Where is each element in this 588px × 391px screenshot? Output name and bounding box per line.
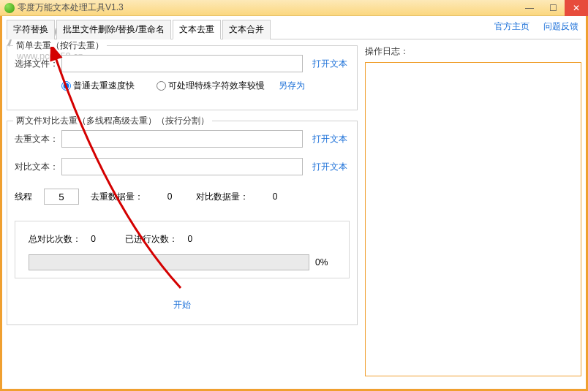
input-select-file[interactable] xyxy=(61,55,303,72)
link-home[interactable]: 官方主页 xyxy=(494,21,529,31)
group-compare-dedup: 两文件对比去重（多线程高级去重）（按行分割） 去重文本： 打开文本 对比文本： … xyxy=(7,121,358,325)
log-area[interactable] xyxy=(365,62,581,376)
value-cmp-count: 0 xyxy=(260,191,290,202)
input-cmp-file[interactable] xyxy=(61,158,303,175)
btn-open-cmp[interactable]: 打开文本 xyxy=(310,161,350,173)
tab-merge[interactable]: 文本合并 xyxy=(222,20,271,39)
value-done: 0 xyxy=(187,234,192,244)
app-icon xyxy=(4,3,15,13)
label-select-file: 选择文件： xyxy=(15,58,61,70)
value-dedup-count: 0 xyxy=(155,191,184,202)
label-cmp-file: 对比文本： xyxy=(15,161,61,173)
group-title-compare: 两文件对比去重（多线程高级去重）（按行分割） xyxy=(13,115,212,127)
tab-dedup[interactable]: 文本去重 xyxy=(173,20,221,39)
group-title-simple: 简单去重（按行去重） xyxy=(13,39,107,52)
label-threads: 线程 xyxy=(15,191,32,203)
input-dedup-file[interactable] xyxy=(61,130,303,148)
radio-special[interactable]: 可处理特殊字符效率较慢 xyxy=(157,80,265,92)
input-threads[interactable] xyxy=(44,189,79,205)
close-button[interactable]: ✕ xyxy=(565,0,588,16)
progress-panel: 总对比次数： 0 已进行次数： 0 0% xyxy=(15,221,350,278)
window-title: 零度万能文本处理工具V1.3 xyxy=(18,1,124,14)
btn-open-simple[interactable]: 打开文本 xyxy=(310,58,350,70)
label-total: 总对比次数： xyxy=(29,234,81,244)
link-feedback[interactable]: 问题反馈 xyxy=(543,21,578,31)
tab-char-replace[interactable]: 字符替换 xyxy=(7,20,55,39)
group-simple-dedup: 简单去重（按行去重） 选择文件： 打开文本 普通去重速度快 可处理特殊字符效率较… xyxy=(7,45,358,110)
btn-saveas[interactable]: 另存为 xyxy=(272,80,312,92)
minimize-button[interactable]: — xyxy=(518,0,541,16)
btn-open-dedup[interactable]: 打开文本 xyxy=(310,133,350,145)
label-done: 已进行次数： xyxy=(125,234,178,244)
tab-batch-file[interactable]: 批里文件删除/替换/重命名 xyxy=(56,20,171,39)
log-label: 操作日志： xyxy=(365,45,581,58)
start-button[interactable]: 开始 xyxy=(165,296,200,314)
label-dedup-count: 去重数据量： xyxy=(91,191,143,203)
label-dedup-file: 去重文本： xyxy=(15,133,61,145)
radio-fast[interactable]: 普通去重速度快 xyxy=(61,80,135,92)
progress-pct: 0% xyxy=(315,257,336,267)
label-cmp-count: 对比数据量： xyxy=(196,191,249,203)
progress-bar xyxy=(29,254,309,270)
maximize-button[interactable]: ☐ xyxy=(541,0,565,16)
value-total: 0 xyxy=(91,234,96,244)
